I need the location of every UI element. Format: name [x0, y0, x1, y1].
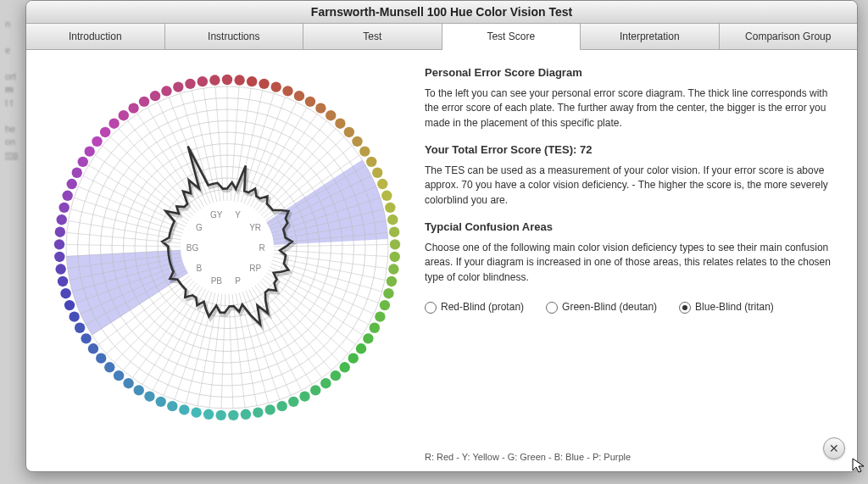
svg-point-153 [75, 323, 85, 333]
radio-tritan[interactable]: Blue-Blind (tritan) [679, 300, 774, 314]
svg-point-148 [114, 370, 124, 381]
tab-test[interactable]: Test [303, 24, 442, 49]
svg-point-98 [247, 76, 257, 86]
svg-point-96 [222, 75, 232, 85]
svg-point-179 [198, 76, 208, 86]
svg-point-119 [388, 264, 398, 274]
svg-point-123 [375, 311, 385, 321]
svg-line-12 [234, 88, 251, 202]
svg-point-124 [370, 323, 380, 333]
svg-point-111 [372, 168, 382, 178]
svg-line-77 [70, 209, 181, 236]
svg-point-142 [179, 404, 189, 414]
radio-dot-icon [425, 302, 437, 314]
error-score-diagram: RRPPPBBBGGGYYYR [45, 65, 409, 430]
svg-point-139 [215, 410, 225, 420]
heading-diagram: Personal Error Score Diagram [425, 65, 833, 81]
svg-point-166 [72, 168, 82, 178]
svg-text:B: B [196, 264, 202, 273]
svg-point-158 [55, 264, 65, 274]
svg-text:Y: Y [235, 210, 241, 220]
svg-point-121 [383, 288, 393, 298]
radio-protan[interactable]: Red-Blind (protan) [425, 300, 524, 314]
svg-line-18 [253, 114, 317, 209]
svg-point-110 [366, 157, 376, 167]
text-tes-desc: The TES can be used as a measurement of … [425, 164, 833, 208]
svg-point-97 [234, 75, 244, 85]
svg-point-165 [67, 179, 77, 189]
svg-point-118 [389, 252, 399, 262]
svg-point-113 [381, 191, 392, 201]
tab-test-score[interactable]: Test Score [442, 24, 581, 50]
tab-instructions[interactable]: Instructions [165, 24, 304, 49]
svg-point-114 [385, 203, 395, 213]
svg-text:R: R [259, 243, 264, 253]
svg-point-137 [241, 409, 251, 420]
svg-point-151 [88, 343, 98, 353]
svg-point-171 [108, 118, 119, 128]
svg-point-177 [173, 81, 183, 92]
tab-comparison-group[interactable]: Comparison Group [720, 24, 858, 49]
radio-deutan[interactable]: Green-Blind (deutan) [546, 300, 657, 314]
svg-text:G: G [196, 223, 203, 232]
svg-point-169 [92, 136, 102, 147]
svg-point-122 [380, 300, 390, 310]
modal-window: Farnsworth-Munsell 100 Hue Color Vision … [25, 0, 858, 472]
close-button[interactable]: ✕ [823, 437, 845, 459]
svg-line-76 [69, 221, 181, 240]
svg-point-140 [203, 409, 214, 420]
svg-point-125 [363, 333, 373, 343]
text-confusion-desc: Choose one of the following main color v… [425, 241, 833, 285]
svg-point-120 [387, 276, 397, 287]
svg-point-135 [264, 404, 275, 414]
svg-point-129 [331, 370, 341, 381]
svg-point-157 [58, 276, 68, 287]
svg-point-161 [55, 227, 65, 237]
svg-point-160 [54, 239, 64, 249]
confusion-type-radios: Red-Blind (protan) Green-Blind (deutan) … [425, 300, 833, 314]
radio-dot-icon [546, 302, 558, 314]
svg-point-168 [84, 146, 94, 156]
svg-point-134 [276, 401, 287, 411]
radio-dot-icon [679, 302, 691, 314]
svg-point-136 [253, 407, 263, 417]
tab-bar: Introduction Instructions Test Test Scor… [26, 24, 857, 50]
svg-point-107 [344, 127, 354, 137]
svg-point-163 [58, 203, 69, 213]
svg-point-147 [123, 378, 133, 388]
modal-title: Farnsworth-Munsell 100 Hue Color Vision … [26, 1, 857, 24]
svg-text:PB: PB [211, 276, 223, 286]
svg-point-175 [150, 91, 160, 101]
svg-line-33 [274, 253, 387, 268]
color-legend: R: Red - Y: Yellow - G: Green - B: Blue … [425, 426, 833, 465]
svg-point-150 [96, 353, 106, 363]
svg-point-126 [356, 343, 366, 353]
svg-point-152 [81, 333, 91, 343]
svg-point-172 [119, 110, 129, 120]
svg-point-164 [62, 191, 72, 201]
tab-interpretation[interactable]: Interpretation [581, 24, 720, 49]
svg-point-170 [100, 127, 110, 137]
svg-point-141 [191, 407, 201, 417]
svg-point-154 [69, 311, 79, 321]
svg-point-112 [377, 179, 387, 189]
svg-point-144 [156, 397, 166, 407]
svg-point-162 [57, 214, 67, 225]
svg-point-100 [270, 81, 281, 92]
svg-point-178 [185, 79, 195, 89]
svg-line-17 [250, 108, 307, 207]
svg-point-127 [348, 353, 359, 363]
svg-point-131 [310, 385, 320, 395]
svg-point-104 [315, 103, 326, 113]
svg-text:YR: YR [249, 223, 261, 232]
svg-point-101 [282, 86, 292, 96]
tab-introduction[interactable]: Introduction [26, 24, 165, 49]
svg-point-130 [320, 378, 331, 388]
svg-point-167 [78, 157, 88, 167]
svg-point-138 [228, 410, 238, 420]
tes-value: 72 [580, 143, 592, 156]
svg-point-173 [128, 103, 138, 113]
svg-point-176 [161, 86, 171, 96]
svg-line-15 [244, 97, 286, 204]
svg-point-105 [326, 110, 336, 120]
